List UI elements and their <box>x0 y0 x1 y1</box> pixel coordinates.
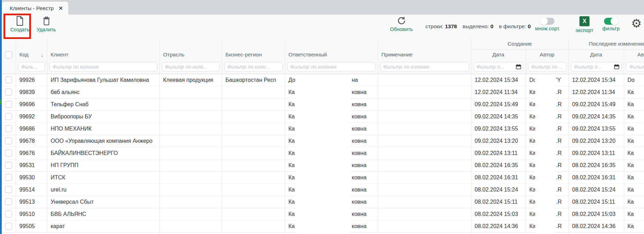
row-checkbox[interactable] <box>5 174 12 181</box>
cell-select <box>2 159 16 171</box>
column-header-note[interactable]: Примечание <box>378 38 471 60</box>
cell-created-author-fragment-right: .R <box>556 101 562 108</box>
cell-responsible-fragment-right: ковна <box>352 187 367 193</box>
column-header-modified-date[interactable]: Дата <box>568 49 624 60</box>
cell-modified-date: 12.02.2024 15:34 <box>568 74 624 86</box>
column-header-client[interactable]: Клиент <box>47 38 159 60</box>
cell-created-date: 08.02.2024 16:35 <box>471 159 526 171</box>
cell-created-author-fragment-right: .R <box>556 114 562 120</box>
cell-created-date: 08.02.2024 16:31 <box>471 171 526 184</box>
filter-responsible-input[interactable] <box>287 62 376 71</box>
cell-select <box>2 74 16 86</box>
cell-client: ИП Зарифьянова Гульшат Камиловна <box>47 74 159 86</box>
filter-client-input[interactable] <box>49 62 157 71</box>
filter-modified-author-input[interactable] <box>626 62 644 71</box>
column-header-industry[interactable]: Отрасль <box>159 38 222 60</box>
row-checkbox[interactable] <box>5 113 12 120</box>
cell-empty <box>222 232 285 234</box>
column-header-modified-author[interactable]: Автор <box>624 49 644 60</box>
column-header-region[interactable]: Бизнес-регион <box>222 38 285 60</box>
cell-empty <box>378 232 471 234</box>
cell-created-date: 08.02.2024 15:24 <box>471 184 526 196</box>
stat-selected: выделено: 0 <box>463 23 494 30</box>
filter-industry-input[interactable] <box>162 62 220 71</box>
cell-client: Тельфер Снаб <box>47 98 159 110</box>
cell-created-author-fragment-right: .R <box>556 138 562 144</box>
tab-clients-registry[interactable]: Клиенты - Реестр ✕ <box>2 2 68 15</box>
row-checkbox[interactable] <box>5 162 12 169</box>
cell-code: 99510 <box>16 208 47 220</box>
filter-note-input[interactable] <box>380 62 469 71</box>
cell-industry <box>159 123 222 135</box>
cell-code: 99839 <box>16 86 47 98</box>
cell-responsible-fragment-right: ковна <box>352 162 367 169</box>
row-checkbox[interactable] <box>5 76 12 84</box>
cell-created-author-fragment-right: .R <box>556 199 562 205</box>
filter-toggle[interactable] <box>604 18 618 25</box>
cell-select <box>2 171 16 184</box>
column-header-created-date[interactable]: Дата <box>471 49 526 60</box>
cell-modified-author: Ка <box>624 171 644 184</box>
cell-modified-date: 09.02.2024 13:11 <box>568 147 624 159</box>
close-icon[interactable]: ✕ <box>58 5 63 11</box>
cell-responsible-fragment-left: Ка <box>289 174 295 180</box>
filter-control: фильтр <box>600 16 622 31</box>
cell-note <box>378 110 471 123</box>
export-button[interactable]: X экспорт <box>573 16 596 33</box>
table-header: Код↓ Клиент Отрасль Бизнес-регион Ответс… <box>2 38 644 74</box>
export-label: экспорт <box>575 28 593 33</box>
cell-client: ООО «Управляющая компания Анжеро <box>47 135 159 147</box>
calendar-icon[interactable] <box>614 64 619 69</box>
filter-code-input[interactable] <box>18 62 45 71</box>
gear-icon[interactable]: ⚙ <box>631 17 642 29</box>
cell-client: Универсал Сбыт <box>47 196 159 208</box>
cell-responsible-fragment-right: ковна <box>352 223 367 229</box>
cell-region: Башкортостан Респ <box>222 74 285 86</box>
multisort-label: множ.сорт. <box>535 26 560 31</box>
cell-select <box>2 110 16 123</box>
cell-empty <box>568 232 624 234</box>
cell-created-author-fragment-right: 'Y <box>556 77 561 83</box>
cell-created-date: 09.02.2024 13:20 <box>471 135 526 147</box>
row-checkbox[interactable] <box>5 137 12 145</box>
cell-note <box>378 159 471 171</box>
row-checkbox[interactable] <box>5 186 12 193</box>
cell-modified-author: Do <box>624 74 644 86</box>
column-header-code[interactable]: Код↓ <box>16 38 47 60</box>
cell-region <box>222 171 285 184</box>
row-checkbox[interactable] <box>5 101 12 108</box>
cell-created-author-fragment-right: .R <box>556 162 562 169</box>
cell-responsible-fragment-right: ковна <box>352 211 367 217</box>
cell-client: карат <box>47 220 159 232</box>
cell-client: ИТСК <box>47 171 159 184</box>
filter-region-input[interactable] <box>224 62 283 71</box>
row-checkbox[interactable] <box>5 88 12 96</box>
cell-region <box>222 86 285 98</box>
row-checkbox[interactable] <box>5 198 12 205</box>
row-checkbox[interactable] <box>5 210 12 218</box>
delete-button[interactable]: Удалить <box>34 16 59 32</box>
stat-rows: строки: 1378 <box>425 23 457 30</box>
cell-responsible-fragment-left: Ка <box>289 114 295 119</box>
cell-created-date: 12.02.2024 11:34 <box>471 86 526 98</box>
cell-region <box>222 123 285 135</box>
filter-created-author-input[interactable] <box>528 62 566 71</box>
cell-code: 99676 <box>16 147 47 159</box>
cell-created-date: 09.02.2024 13:55 <box>471 123 526 135</box>
calendar-icon[interactable] <box>516 64 521 69</box>
refresh-button[interactable]: Обновить <box>387 16 416 32</box>
row-checkbox[interactable] <box>5 125 12 132</box>
cell-note <box>378 98 471 110</box>
cell-region <box>222 98 285 110</box>
multisort-toggle[interactable] <box>541 18 555 25</box>
cell-created-date: 09.02.2024 14:35 <box>471 110 526 123</box>
select-all-checkbox[interactable] <box>5 51 12 58</box>
row-checkbox[interactable] <box>5 223 12 230</box>
cell-region <box>222 159 285 171</box>
cell-responsible-fragment-right: ковна <box>352 126 367 132</box>
row-checkbox[interactable] <box>5 149 12 157</box>
column-header-responsible[interactable]: Ответственный <box>285 38 378 60</box>
create-button[interactable]: Создать <box>7 16 33 32</box>
cell-region <box>222 135 285 147</box>
column-header-created-author[interactable]: Автор <box>526 49 568 60</box>
